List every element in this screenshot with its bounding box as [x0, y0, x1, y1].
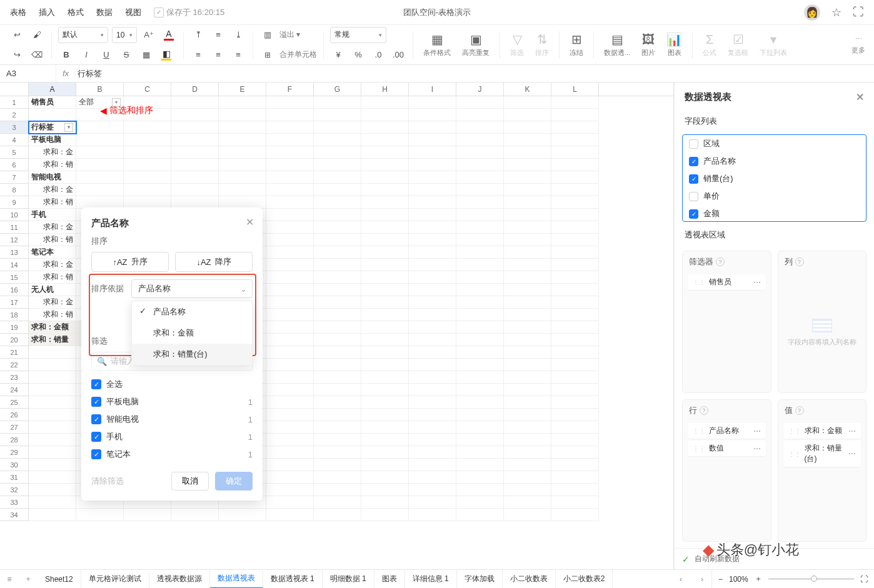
- cell[interactable]: [124, 509, 171, 521]
- cell[interactable]: [409, 409, 456, 421]
- dec-dec-button[interactable]: .00: [390, 47, 406, 63]
- row-header[interactable]: 26: [0, 409, 29, 421]
- cell[interactable]: [504, 446, 551, 459]
- sort-asc-button[interactable]: ↑AZ升序: [91, 252, 169, 272]
- cell[interactable]: [551, 246, 599, 259]
- sheet-tab[interactable]: 单元格评论测试: [81, 570, 149, 589]
- cell[interactable]: [266, 384, 314, 396]
- cell[interactable]: [29, 446, 76, 459]
- col-header-I[interactable]: I: [409, 82, 456, 96]
- cell[interactable]: 求和：销: [29, 196, 76, 209]
- col-header-L[interactable]: L: [551, 82, 599, 96]
- cell[interactable]: [266, 371, 314, 384]
- cell[interactable]: [551, 159, 599, 171]
- sheet-tab[interactable]: 小二收数表2: [556, 570, 613, 589]
- row-header[interactable]: 19: [0, 321, 29, 334]
- cell[interactable]: [551, 134, 599, 146]
- cell[interactable]: 手机: [29, 209, 76, 221]
- cell[interactable]: [314, 434, 361, 446]
- cell[interactable]: [504, 421, 551, 434]
- cell[interactable]: [551, 259, 599, 271]
- cell[interactable]: [456, 309, 504, 321]
- cell[interactable]: [456, 459, 504, 471]
- tabs-next[interactable]: ›: [693, 575, 711, 584]
- cell[interactable]: [456, 284, 504, 296]
- cell[interactable]: [456, 371, 504, 384]
- cell[interactable]: [314, 459, 361, 471]
- cell[interactable]: 求和：金额: [29, 321, 76, 334]
- pivot-button[interactable]: ▤数据透...: [600, 31, 634, 59]
- cell[interactable]: [76, 509, 124, 521]
- row-header[interactable]: 3: [0, 121, 29, 134]
- cell[interactable]: [361, 284, 409, 296]
- col-header-H[interactable]: H: [361, 82, 409, 96]
- cell[interactable]: [361, 396, 409, 409]
- underline-button[interactable]: U: [98, 47, 114, 63]
- filter-button[interactable]: ▽筛选: [506, 31, 528, 59]
- cell[interactable]: [124, 159, 171, 171]
- italic-button[interactable]: I: [78, 47, 94, 63]
- cell[interactable]: 求和：销: [29, 271, 76, 284]
- cell[interactable]: [409, 246, 456, 259]
- font-size-select[interactable]: 10: [112, 27, 137, 43]
- cell[interactable]: [551, 434, 599, 446]
- filter-handle-icon[interactable]: ▾: [64, 123, 73, 132]
- cell[interactable]: [409, 121, 456, 134]
- cell[interactable]: [314, 321, 361, 334]
- cell[interactable]: [551, 359, 599, 371]
- cell[interactable]: [29, 484, 76, 496]
- cell[interactable]: [361, 196, 409, 209]
- cell[interactable]: [361, 434, 409, 446]
- cell[interactable]: [314, 346, 361, 359]
- cell[interactable]: [29, 396, 76, 409]
- cell[interactable]: [361, 259, 409, 271]
- cell[interactable]: [266, 109, 314, 121]
- cell[interactable]: [314, 234, 361, 246]
- sort-button[interactable]: ⇅排序: [531, 31, 553, 59]
- cell[interactable]: [551, 321, 599, 334]
- cell[interactable]: [361, 359, 409, 371]
- cell[interactable]: [361, 209, 409, 221]
- cell[interactable]: [409, 184, 456, 196]
- area-filter[interactable]: 筛选器? ⋮⋮销售员⋯: [682, 251, 771, 393]
- cell[interactable]: [266, 509, 314, 521]
- cell[interactable]: [551, 309, 599, 321]
- percent-button[interactable]: %: [350, 47, 366, 63]
- select-all-corner[interactable]: [0, 82, 29, 96]
- clear-format-button[interactable]: ⌫: [29, 47, 45, 63]
- cell[interactable]: [314, 159, 361, 171]
- cell[interactable]: [29, 346, 76, 359]
- cell[interactable]: [314, 271, 361, 284]
- cell[interactable]: [361, 459, 409, 471]
- cell[interactable]: [551, 471, 599, 484]
- cell[interactable]: [504, 459, 551, 471]
- cell[interactable]: [504, 346, 551, 359]
- cell[interactable]: [266, 234, 314, 246]
- menu-format[interactable]: 格式: [68, 7, 84, 18]
- sheet-tab[interactable]: 数据透视表 1: [263, 570, 323, 589]
- sheet-tab[interactable]: 透视表数据源: [149, 570, 210, 589]
- cell[interactable]: [124, 184, 171, 196]
- cell[interactable]: [409, 421, 456, 434]
- cell[interactable]: [456, 159, 504, 171]
- cell[interactable]: [266, 359, 314, 371]
- cell[interactable]: [456, 446, 504, 459]
- cell[interactable]: [314, 171, 361, 184]
- spreadsheet[interactable]: ABCDEFGHIJKL 123456789101112131415161718…: [0, 82, 674, 569]
- cell[interactable]: [314, 334, 361, 346]
- cell[interactable]: [314, 471, 361, 484]
- cell[interactable]: [456, 171, 504, 184]
- cell[interactable]: [409, 396, 456, 409]
- cell[interactable]: [266, 259, 314, 271]
- cell[interactable]: [551, 346, 599, 359]
- tabs-prev[interactable]: ‹: [671, 575, 690, 584]
- cell[interactable]: [409, 96, 456, 109]
- sheet-tab[interactable]: Sheet12: [38, 570, 81, 589]
- present-icon[interactable]: ⛶: [853, 6, 864, 19]
- ok-button[interactable]: 确定: [215, 472, 253, 491]
- star-icon[interactable]: ☆: [831, 6, 841, 19]
- cell[interactable]: [456, 509, 504, 521]
- cell[interactable]: [409, 296, 456, 309]
- row-header[interactable]: 13: [0, 246, 29, 259]
- col-header-A[interactable]: A: [29, 82, 76, 96]
